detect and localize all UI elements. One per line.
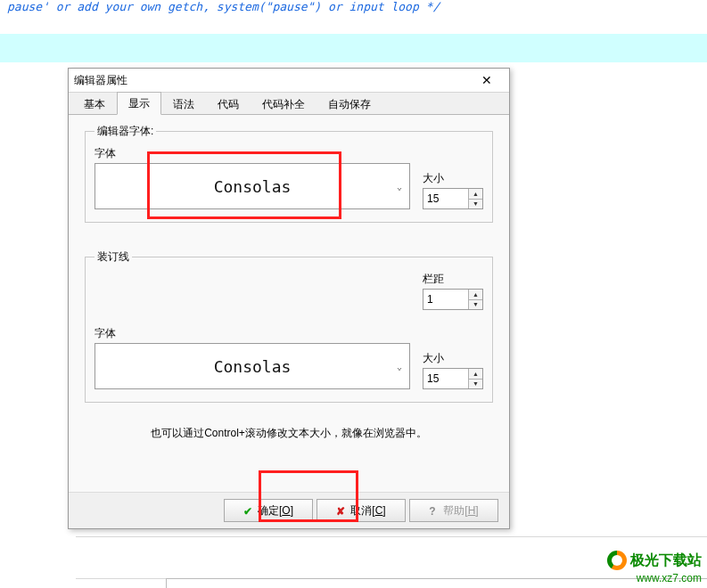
gutter-span-spinner[interactable]: ▲ ▼: [423, 289, 483, 310]
gutter-font-label: 字体: [95, 326, 410, 341]
chevron-down-icon: ⌄: [397, 362, 402, 372]
tab-autosave[interactable]: 自动保存: [317, 93, 382, 115]
gutter-size-label: 大小: [423, 351, 483, 366]
close-button[interactable]: ✕: [470, 70, 504, 90]
cross-icon: ✘: [336, 505, 347, 516]
spin-down-icon[interactable]: ▼: [469, 300, 482, 310]
spin-down-icon[interactable]: ▼: [469, 380, 482, 389]
ok-button[interactable]: ✔ 确定[O]: [224, 499, 313, 522]
editor-font-group: 编辑器字体: 字体 Consolas ⌄ 大小 ▲ ▼: [85, 124, 493, 223]
editor-properties-dialog: 编辑器属性 ✕ 基本 显示 语法 代码 代码补全 自动保存 编辑器字体: 字体 …: [68, 68, 510, 529]
cancel-button-label: 取消[C]: [350, 503, 385, 519]
gutter-legend: 装订线: [95, 249, 132, 265]
tab-syntax[interactable]: 语法: [161, 93, 206, 115]
watermark-title: 极光下载站: [630, 552, 702, 568]
gutter-font-value: Consolas: [214, 357, 292, 376]
dialog-button-bar: ✔ 确定[O] ✘ 取消[C] ? 帮助[H]: [69, 492, 509, 528]
spin-down-icon[interactable]: ▼: [469, 200, 482, 209]
dialog-client-area: 编辑器字体: 字体 Consolas ⌄ 大小 ▲ ▼: [69, 115, 509, 492]
watermark: 极光下载站 www.xz7.com: [607, 551, 702, 584]
spin-up-icon[interactable]: ▲: [469, 189, 482, 200]
cancel-button[interactable]: ✘ 取消[C]: [317, 499, 406, 522]
editor-font-size-spinner[interactable]: ▲ ▼: [423, 188, 483, 209]
background-highlight-bar: [0, 34, 707, 62]
help-button[interactable]: ? 帮助[H]: [409, 499, 498, 522]
editor-font-legend: 编辑器字体:: [95, 124, 156, 139]
tab-bar: 基本 显示 语法 代码 代码补全 自动保存: [69, 93, 509, 115]
tab-code-completion[interactable]: 代码补全: [251, 93, 317, 115]
tab-basic[interactable]: 基本: [72, 93, 117, 115]
dialog-title: 编辑器属性: [74, 73, 470, 88]
gutter-span-input[interactable]: [423, 290, 468, 309]
spin-up-icon[interactable]: ▲: [469, 290, 482, 300]
chevron-down-icon: ⌄: [397, 182, 402, 192]
question-icon: ?: [429, 505, 440, 516]
gutter-font-combo[interactable]: Consolas ⌄: [95, 343, 410, 389]
tab-display[interactable]: 显示: [117, 92, 161, 115]
gutter-font-size-input[interactable]: [423, 369, 468, 388]
font-label: 字体: [95, 146, 410, 161]
watermark-logo-icon: [607, 551, 627, 570]
gutter-font-size-spinner[interactable]: ▲ ▼: [423, 368, 483, 389]
background-separator: [76, 536, 707, 537]
size-label: 大小: [423, 171, 483, 186]
editor-font-size-input[interactable]: [423, 189, 468, 208]
spin-up-icon[interactable]: ▲: [469, 369, 482, 380]
ok-button-label: 确定[O]: [258, 503, 293, 519]
editor-font-combo[interactable]: Consolas ⌄: [95, 163, 410, 209]
gutter-span-label: 栏距: [423, 272, 483, 287]
check-icon: ✔: [243, 505, 254, 516]
close-icon: ✕: [481, 73, 492, 87]
background-code-comment: pause' or add your own getch, system("pa…: [7, 0, 440, 13]
help-button-label: 帮助[H]: [443, 503, 478, 519]
hint-text: 也可以通过Control+滚动修改文本大小，就像在浏览器中。: [85, 426, 493, 441]
tab-code[interactable]: 代码: [206, 93, 251, 115]
titlebar: 编辑器属性 ✕: [69, 69, 509, 93]
editor-font-value: Consolas: [214, 177, 292, 196]
gutter-group: 装订线 栏距 ▲ ▼ 字体: [85, 249, 493, 403]
watermark-url: www.xz7.com: [607, 573, 702, 584]
